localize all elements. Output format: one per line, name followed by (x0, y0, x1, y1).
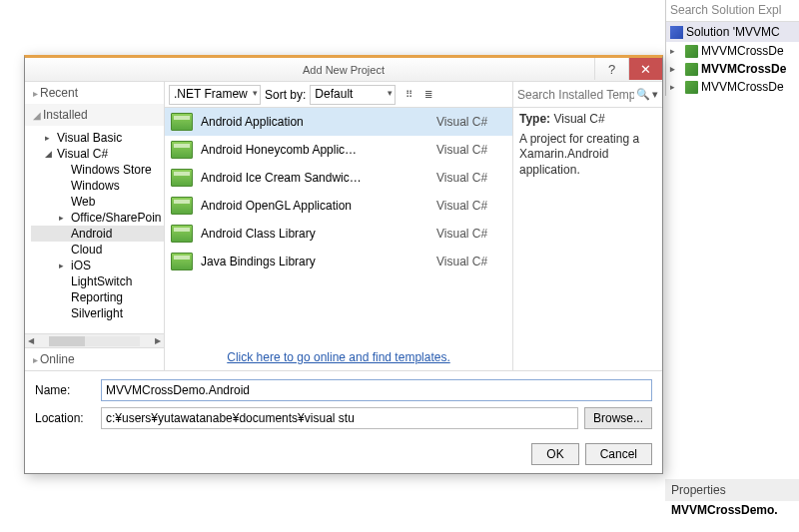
template-toolbar: .NET Framew Sort by: Default ⠿ ≣ (165, 82, 512, 108)
category-recent[interactable]: ▸Recent (25, 82, 164, 104)
template-description: A project for creating a Xamarin.Android… (519, 132, 656, 179)
android-project-icon (171, 113, 193, 131)
csharp-project-icon (685, 81, 698, 94)
help-button[interactable]: ? (594, 58, 628, 80)
category-installed[interactable]: ◢Installed (25, 104, 164, 126)
template-name: Android Honeycomb Applic… (201, 143, 428, 157)
view-list-button[interactable]: ≣ (419, 86, 437, 104)
chevron-right-icon: ▸ (670, 82, 680, 92)
tree-label: Web (71, 195, 95, 209)
tree-item-reporting[interactable]: Reporting (31, 289, 164, 305)
project-label: MVVMCrossDe (701, 44, 784, 58)
project-name-input[interactable] (101, 379, 652, 401)
template-name: Android OpenGL Application (201, 199, 428, 213)
sortby-label: Sort by: (265, 88, 306, 102)
location-label: Location: (35, 411, 95, 425)
tree-item-visual-basic[interactable]: ▸Visual Basic (31, 130, 164, 146)
caret-icon: ▸ (59, 213, 71, 223)
tree-label: iOS (71, 259, 91, 272)
online-templates-link[interactable]: Click here to go online and find templat… (165, 344, 512, 370)
tree-item-windows[interactable]: Windows (31, 178, 164, 194)
dropdown-icon[interactable]: ▾ (652, 88, 658, 101)
name-label: Name: (35, 383, 95, 397)
solution-root[interactable]: Solution 'MVVMC (666, 22, 799, 42)
scroll-track[interactable] (49, 336, 140, 346)
framework-dropdown[interactable]: .NET Framew (169, 85, 261, 105)
solution-item[interactable]: ▸ MVVMCrossDe (666, 78, 799, 96)
tree-label: Silverlight (71, 306, 123, 320)
properties-panel: Properties MVVMCrossDemo. (665, 479, 799, 519)
category-online[interactable]: ▸Online (25, 347, 164, 370)
template-lang: Visual C# (436, 115, 506, 129)
template-row[interactable]: Android ApplicationVisual C# (165, 108, 512, 136)
tree-item-office-sharepoin[interactable]: ▸Office/SharePoin (31, 210, 164, 226)
tree-label: Office/SharePoin (71, 211, 162, 225)
template-lang: Visual C# (436, 171, 506, 185)
template-lang: Visual C# (436, 227, 506, 241)
tree-label: Cloud (71, 243, 102, 257)
type-value: Visual C# (553, 112, 604, 126)
search-icon: 🔍 (636, 88, 650, 101)
project-label: MVVMCrossDe (701, 80, 784, 94)
template-name: Android Ice Cream Sandwic… (201, 171, 428, 185)
template-row[interactable]: Android Honeycomb Applic…Visual C# (165, 136, 512, 164)
scroll-left-icon[interactable]: ◀ (25, 336, 37, 345)
template-row[interactable]: Android Class LibraryVisual C# (165, 220, 512, 248)
link-text: Click here to go online and find templat… (227, 350, 449, 364)
solution-item[interactable]: ▸ MVVMCrossDe (666, 42, 799, 60)
tree-item-lightswitch[interactable]: LightSwitch (31, 273, 164, 289)
dialog-titlebar: Add New Project ? ✕ (25, 58, 662, 82)
solution-item[interactable]: ▸ MVVMCrossDe (666, 60, 799, 78)
chevron-right-icon: ▸ (670, 64, 680, 74)
solution-explorer-panel: Search Solution Expl Solution 'MVVMC ▸ M… (665, 0, 799, 96)
solution-search-input[interactable]: Search Solution Expl (666, 0, 799, 22)
tree-item-silverlight[interactable]: Silverlight (31, 305, 164, 321)
template-row[interactable]: Java Bindings LibraryVisual C# (165, 248, 512, 275)
tree-item-web[interactable]: Web (31, 194, 164, 210)
csharp-project-icon (685, 63, 698, 76)
scroll-thumb[interactable] (49, 336, 85, 346)
tree-item-windows-store[interactable]: Windows Store (31, 162, 164, 178)
category-tree: ▸Visual Basic◢Visual C#Windows StoreWind… (25, 126, 164, 333)
template-lang: Visual C# (436, 255, 506, 268)
tree-label: Visual Basic (57, 131, 122, 145)
close-button[interactable]: ✕ (628, 58, 662, 80)
label: Online (40, 352, 75, 366)
template-name: Java Bindings Library (201, 255, 428, 268)
tree-label: Windows (71, 179, 120, 193)
caret-icon: ▸ (59, 261, 71, 270)
view-small-icons-button[interactable]: ⠿ (400, 86, 417, 104)
template-row[interactable]: Android OpenGL ApplicationVisual C# (165, 192, 512, 220)
chevron-right-icon: ▸ (670, 46, 680, 56)
android-project-icon (171, 253, 193, 270)
tree-item-visual-c-[interactable]: ◢Visual C# (31, 146, 164, 162)
tree-label: Visual C# (57, 147, 108, 161)
tree-item-cloud[interactable]: Cloud (31, 242, 164, 258)
template-search-input[interactable] (517, 88, 634, 102)
label: Installed (43, 108, 88, 122)
dialog-title: Add New Project (303, 64, 385, 76)
template-name: Android Class Library (201, 227, 428, 241)
scroll-right-icon[interactable]: ▶ (152, 336, 164, 345)
project-location-input[interactable] (101, 407, 578, 429)
tree-item-ios[interactable]: ▸iOS (31, 258, 164, 273)
browse-button[interactable]: Browse... (584, 407, 652, 429)
properties-header: Properties (665, 479, 799, 501)
category-pane: ▸Recent ◢Installed ▸Visual Basic◢Visual … (25, 82, 165, 370)
ok-button[interactable]: OK (531, 443, 578, 465)
template-row[interactable]: Android Ice Cream Sandwic…Visual C# (165, 164, 512, 192)
android-project-icon (171, 225, 193, 243)
tree-item-android[interactable]: Android (31, 226, 164, 242)
tree-label: Windows Store (71, 163, 152, 177)
add-new-project-dialog: Add New Project ? ✕ ▸Recent ◢Installed ▸… (24, 55, 663, 474)
android-project-icon (171, 141, 193, 159)
cancel-button[interactable]: Cancel (585, 443, 652, 465)
tree-label: Reporting (71, 290, 123, 304)
properties-selection: MVVMCrossDemo. (665, 501, 799, 519)
tree-label: Android (71, 227, 112, 241)
template-search[interactable]: 🔍 ▾ (513, 82, 662, 108)
sortby-dropdown[interactable]: Default (310, 85, 396, 105)
caret-icon: ◢ (45, 149, 57, 159)
horizontal-scrollbar[interactable]: ◀ ▶ (25, 333, 164, 347)
dialog-fields: Name: Location: Browse... (25, 370, 662, 443)
